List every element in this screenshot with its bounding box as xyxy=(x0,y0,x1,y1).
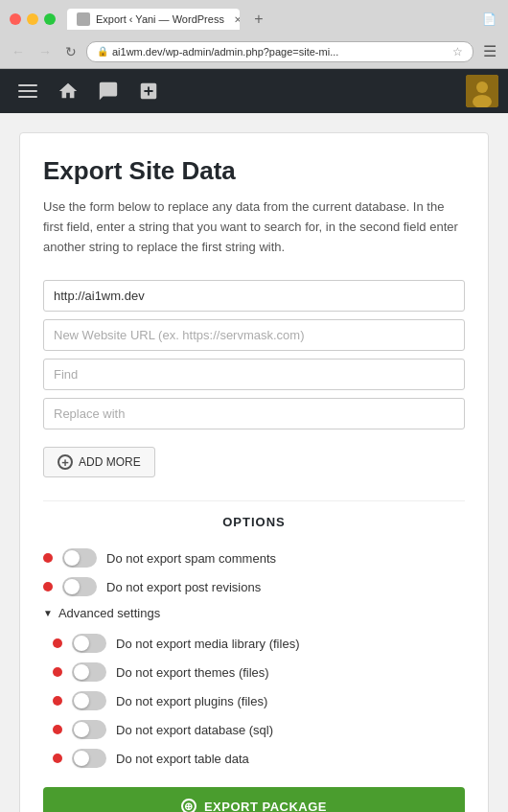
spam-toggle-switch[interactable] xyxy=(62,548,97,568)
new-url-input[interactable] xyxy=(43,319,465,351)
revisions-toggle-switch[interactable] xyxy=(62,577,97,596)
avatar[interactable] xyxy=(466,75,498,107)
revisions-toggle-dot xyxy=(43,582,53,592)
avatar-image xyxy=(466,75,498,107)
media-toggle-knob xyxy=(74,636,89,651)
plugins-toggle-knob xyxy=(74,693,89,708)
tab-title: Export ‹ Yani — WordPress xyxy=(96,13,224,25)
window-close-button[interactable] xyxy=(10,13,21,25)
tab-favicon xyxy=(77,12,90,26)
spam-toggle-label: Do not export spam comments xyxy=(106,551,276,566)
window-maximize-button[interactable] xyxy=(44,13,56,25)
comment-icon xyxy=(98,81,119,102)
revisions-toggle-knob xyxy=(64,579,80,594)
nav-forward-button[interactable]: → xyxy=(35,42,56,61)
window-minimize-button[interactable] xyxy=(27,13,38,25)
database-row: Do not export database (sql) xyxy=(53,720,465,739)
database-toggle-label: Do not export database (sql) xyxy=(116,723,273,737)
address-bookmark-icon: ☆ xyxy=(452,45,463,58)
browser-titlebar: Export ‹ Yani — WordPress ✕ + 📄 xyxy=(0,0,508,36)
themes-toggle-label: Do not export themes (files) xyxy=(116,665,269,680)
address-text: ai1wm.dev/wp-admin/admin.php?page=site-m… xyxy=(112,46,449,58)
themes-toggle-switch[interactable] xyxy=(72,662,106,682)
add-icon xyxy=(138,81,159,102)
media-row: Do not export media library (files) xyxy=(53,634,465,653)
browser-addressbar: ← → ↻ 🔒 ai1wm.dev/wp-admin/admin.php?pag… xyxy=(0,36,508,68)
address-bar[interactable]: 🔒 ai1wm.dev/wp-admin/admin.php?page=site… xyxy=(86,41,473,62)
advanced-settings-rows: Do not export media library (files) Do n… xyxy=(53,634,465,768)
advanced-settings-label: Advanced settings xyxy=(58,606,160,620)
chevron-down-icon: ▼ xyxy=(43,608,53,618)
export-btn-label: EXPORT PACKAGE xyxy=(204,800,327,812)
themes-toggle-dot xyxy=(53,667,62,677)
table-toggle-dot xyxy=(53,754,62,763)
plugins-toggle-label: Do not export plugins (files) xyxy=(116,694,267,708)
main-content: Export Site Data Use the form below to r… xyxy=(0,113,508,812)
options-heading: OPTIONS xyxy=(43,500,465,537)
database-toggle-switch[interactable] xyxy=(72,720,106,739)
spam-toggle-knob xyxy=(64,550,80,566)
database-toggle-dot xyxy=(53,725,62,734)
replace-with-input[interactable] xyxy=(43,398,465,429)
hamburger-icon xyxy=(18,84,37,98)
export-icon: ⊕ xyxy=(181,799,196,812)
table-toggle-label: Do not export table data xyxy=(116,752,249,766)
new-tab-button[interactable]: + xyxy=(247,8,270,31)
add-more-icon: + xyxy=(58,454,73,470)
tab-close-button[interactable]: ✕ xyxy=(234,14,240,25)
wp-add-button[interactable] xyxy=(130,73,167,109)
current-url-input[interactable] xyxy=(43,280,465,312)
content-card: Export Site Data Use the form below to r… xyxy=(19,132,489,812)
address-lock-icon: 🔒 xyxy=(97,46,108,57)
browser-menu-button[interactable]: ☰ xyxy=(479,40,500,62)
page-title: Export Site Data xyxy=(43,156,465,186)
themes-row: Do not export themes (files) xyxy=(53,662,465,682)
revisions-row: Do not export post revisions xyxy=(43,577,465,596)
database-toggle-knob xyxy=(74,722,89,737)
wp-comments-button[interactable] xyxy=(90,73,127,109)
add-more-label: ADD MORE xyxy=(79,455,141,469)
advanced-settings-toggle[interactable]: ▼ Advanced settings xyxy=(43,606,465,620)
table-toggle-switch[interactable] xyxy=(72,749,106,768)
browser-chrome: Export ‹ Yani — WordPress ✕ + 📄 ← → ↻ 🔒 … xyxy=(0,0,508,69)
plugins-toggle-dot xyxy=(53,696,62,706)
media-toggle-label: Do not export media library (files) xyxy=(116,637,299,651)
wp-home-button[interactable] xyxy=(50,73,86,109)
revisions-toggle-label: Do not export post revisions xyxy=(106,580,261,594)
table-toggle-knob xyxy=(74,751,89,766)
wp-admin-bar xyxy=(0,69,508,113)
plugins-toggle-switch[interactable] xyxy=(72,691,106,710)
nav-refresh-button[interactable]: ↻ xyxy=(61,42,81,61)
media-toggle-dot xyxy=(53,638,62,648)
media-toggle-switch[interactable] xyxy=(72,634,106,653)
revisions-toggle-track xyxy=(62,577,97,596)
spam-toggle-dot xyxy=(43,553,53,563)
home-icon xyxy=(58,81,79,102)
export-package-button[interactable]: ⊕ EXPORT PACKAGE xyxy=(43,787,465,812)
add-more-button[interactable]: + ADD MORE xyxy=(43,447,155,477)
themes-toggle-knob xyxy=(74,664,89,680)
find-input[interactable] xyxy=(43,359,465,390)
nav-back-button[interactable]: ← xyxy=(8,42,29,61)
wp-menu-button[interactable] xyxy=(10,73,46,109)
spam-comments-row: Do not export spam comments xyxy=(43,548,465,568)
table-row: Do not export table data xyxy=(53,749,465,768)
spam-toggle-track xyxy=(62,548,97,568)
page-description: Use the form below to replace any data f… xyxy=(43,197,465,257)
window-controls xyxy=(10,13,56,25)
reader-mode-icon: 📄 xyxy=(479,10,498,29)
plugins-row: Do not export plugins (files) xyxy=(53,691,465,710)
svg-point-1 xyxy=(476,81,488,93)
browser-tab[interactable]: Export ‹ Yani — WordPress ✕ xyxy=(67,9,240,30)
